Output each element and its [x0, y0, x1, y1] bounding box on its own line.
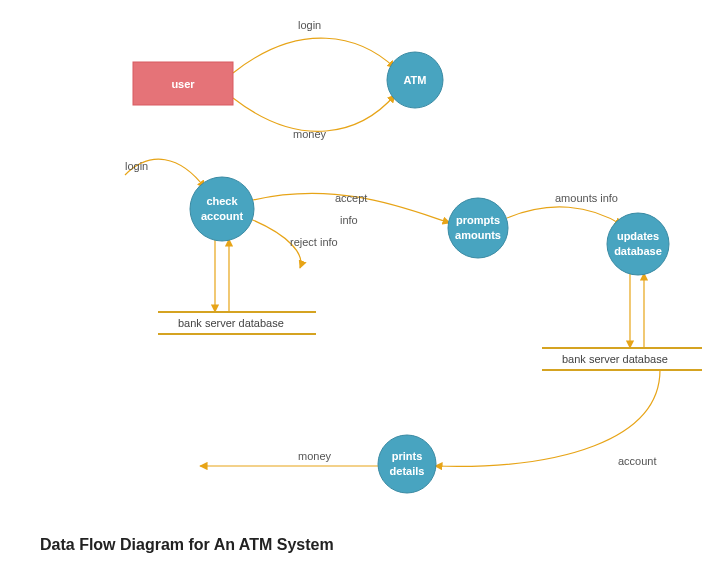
- svg-point-7: [448, 198, 508, 258]
- flow-account-label: account: [618, 455, 657, 467]
- flow-money-top: [233, 95, 395, 131]
- dfd-diagram: login money user ATM login accept info r…: [0, 0, 712, 577]
- svg-text:bank server database: bank server database: [178, 317, 284, 329]
- svg-text:prints: prints: [392, 450, 423, 462]
- datastore-bank-server-1: bank server database: [158, 312, 316, 334]
- datastore-bank-server-2: bank server database: [542, 348, 702, 370]
- svg-text:prompts: prompts: [456, 214, 500, 226]
- flow-amounts-info-label: amounts info: [555, 192, 618, 204]
- svg-text:account: account: [201, 210, 244, 222]
- flow-account: [435, 370, 660, 466]
- svg-text:check: check: [206, 195, 238, 207]
- process-check-account: check account: [190, 177, 254, 241]
- process-prompts-amounts: prompts amounts: [448, 198, 508, 258]
- flow-money-top-label: money: [293, 128, 327, 140]
- svg-text:user: user: [171, 78, 195, 90]
- diagram-title: Data Flow Diagram for An ATM System: [40, 536, 334, 553]
- process-atm: ATM: [387, 52, 443, 108]
- process-prints-details: prints details: [378, 435, 436, 493]
- svg-text:updates: updates: [617, 230, 659, 242]
- process-updates-database: updates database: [607, 213, 669, 275]
- entity-user: user: [133, 62, 233, 105]
- flow-accept-info-label2: info: [340, 214, 358, 226]
- flow-accept-info-label1: accept: [335, 192, 367, 204]
- flow-reject-info-label: reject info: [290, 236, 338, 248]
- svg-text:details: details: [390, 465, 425, 477]
- svg-point-19: [378, 435, 436, 493]
- svg-text:ATM: ATM: [403, 74, 426, 86]
- svg-text:bank server database: bank server database: [562, 353, 668, 365]
- flow-money-bottom-label: money: [298, 450, 332, 462]
- svg-point-4: [190, 177, 254, 241]
- svg-text:amounts: amounts: [455, 229, 501, 241]
- flow-login-left-label: login: [125, 160, 148, 172]
- svg-text:database: database: [614, 245, 662, 257]
- flow-login: [233, 38, 395, 73]
- flow-login-label: login: [298, 19, 321, 31]
- flow-amounts-info: [507, 207, 622, 225]
- svg-point-10: [607, 213, 669, 275]
